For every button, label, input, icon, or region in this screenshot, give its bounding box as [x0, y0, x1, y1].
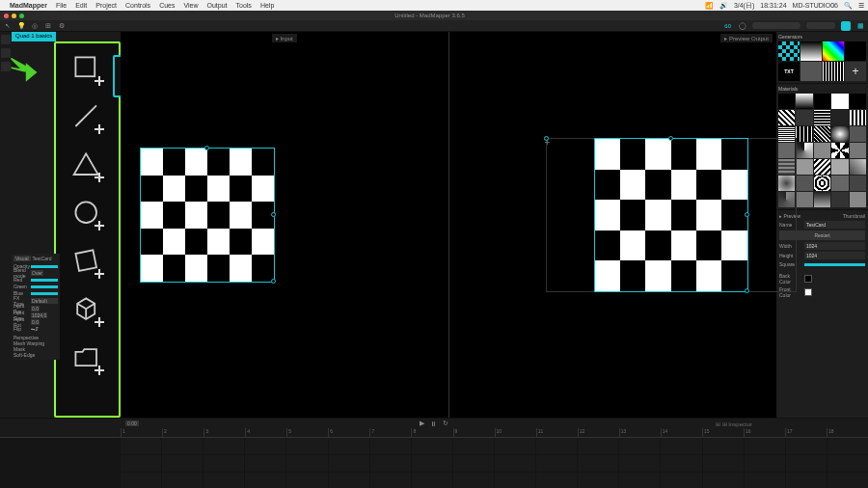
menu-help[interactable]: Help	[260, 2, 274, 9]
selection-box[interactable]	[594, 138, 748, 292]
add-3d-button[interactable]	[66, 288, 110, 333]
blend-value[interactable]: Over	[31, 270, 43, 276]
play-button[interactable]: ▶	[420, 420, 424, 427]
isize-value[interactable]: 1024,0	[31, 312, 47, 318]
material-item[interactable]	[796, 192, 812, 207]
timeline-ruler[interactable]: 123456789101112131415161718	[0, 428, 868, 438]
opacity-slider[interactable]	[31, 265, 58, 268]
handle-right[interactable]	[745, 212, 749, 217]
softedge-toggle[interactable]: Soft-Edge	[14, 352, 35, 358]
add-quad-button[interactable]	[66, 47, 110, 92]
green-slider[interactable]	[31, 285, 58, 288]
pause-button[interactable]: ⏸	[430, 420, 437, 427]
material-item[interactable]	[814, 126, 830, 142]
blue-slider[interactable]	[31, 292, 58, 295]
material-item[interactable]	[796, 94, 812, 109]
menu-tools[interactable]: Tools	[236, 2, 252, 9]
material-item[interactable]	[814, 192, 830, 207]
tab-testcard[interactable]: TestCard	[33, 256, 52, 261]
material-item[interactable]	[796, 110, 812, 125]
gen-gradient[interactable]	[800, 41, 822, 61]
minimize-button[interactable]	[12, 14, 16, 18]
selection-box[interactable]	[140, 148, 275, 283]
material-item[interactable]	[814, 143, 830, 158]
material-item[interactable]	[796, 159, 812, 175]
material-item[interactable]	[778, 110, 795, 125]
tab-visual[interactable]: Visual	[14, 256, 31, 261]
material-item[interactable]	[831, 126, 848, 142]
target-icon[interactable]: ◎	[31, 22, 39, 30]
cursor-icon[interactable]: ↖	[4, 22, 12, 30]
panel-icon[interactable]: ▦	[856, 22, 864, 30]
handle-top[interactable]	[668, 136, 673, 141]
material-item[interactable]	[814, 110, 830, 125]
preview-viewport[interactable]: ▸ Preview Output +	[449, 32, 777, 418]
feedback-pill[interactable]	[806, 22, 835, 29]
loop-button[interactable]: ↻	[443, 420, 448, 427]
gen-add[interactable]: +	[845, 62, 866, 81]
material-item[interactable]	[850, 110, 866, 125]
add-triangle-button[interactable]	[66, 144, 110, 188]
input-viewport[interactable]: ▸ Input	[121, 32, 449, 418]
menu-file[interactable]: File	[56, 2, 67, 9]
material-item[interactable]	[831, 110, 848, 125]
gen-color[interactable]	[823, 41, 844, 61]
status-user[interactable]: MD-STUDIO06	[793, 2, 838, 9]
ipos-value[interactable]: 0,0	[31, 306, 40, 312]
close-button[interactable]	[4, 14, 9, 18]
menu-project[interactable]: Project	[95, 2, 117, 9]
hint-icon[interactable]: 💡	[17, 22, 25, 30]
material-item[interactable]	[850, 94, 866, 109]
material-item[interactable]	[796, 176, 812, 191]
material-item[interactable]	[831, 159, 848, 175]
circle-icon[interactable]: ◯	[739, 22, 746, 30]
material-item[interactable]	[831, 94, 848, 109]
height-field[interactable]: 1024	[804, 252, 865, 259]
material-item[interactable]	[814, 159, 830, 175]
material-item[interactable]	[850, 126, 866, 142]
material-item[interactable]	[850, 192, 866, 207]
material-item[interactable]	[850, 176, 866, 191]
menu-output[interactable]: Output	[207, 2, 228, 9]
thumbnail-tab[interactable]: Thumbnail	[843, 213, 865, 219]
menu-controls[interactable]: Controls	[125, 2, 150, 9]
flip-v-icon[interactable]: ⇵	[35, 326, 39, 332]
gen-solid[interactable]	[800, 62, 822, 81]
status-volume-icon[interactable]: 🔊	[719, 2, 728, 10]
status-wifi-icon[interactable]: 📶	[705, 2, 714, 10]
gen-lines[interactable]	[823, 62, 844, 81]
material-item[interactable]	[796, 143, 812, 158]
gen-black[interactable]	[845, 41, 866, 61]
rail-item[interactable]	[1, 35, 11, 44]
add-line-button[interactable]	[66, 95, 110, 140]
material-item[interactable]	[796, 126, 812, 142]
status-time[interactable]: 18:31:24	[760, 2, 786, 9]
backcolor-swatch[interactable]	[804, 275, 812, 283]
status-date[interactable]: 3/4(日)	[734, 1, 754, 11]
material-item[interactable]	[814, 176, 830, 191]
gen-testcard[interactable]	[778, 41, 800, 61]
gear-icon[interactable]: ⚙	[58, 22, 66, 30]
handle-tl[interactable]	[544, 136, 549, 141]
red-slider[interactable]	[31, 279, 58, 282]
square-slider[interactable]	[804, 263, 865, 266]
fullscreen-button[interactable]	[841, 21, 851, 31]
menu-app[interactable]: MadMapper	[10, 2, 47, 9]
gen-txt[interactable]: TXT	[778, 62, 800, 81]
menu-view[interactable]: View	[183, 2, 198, 9]
material-item[interactable]	[778, 94, 795, 109]
search-pill[interactable]	[752, 22, 800, 29]
menu-edit[interactable]: Edit	[75, 2, 87, 9]
width-field[interactable]: 1024	[804, 242, 865, 250]
material-item[interactable]	[850, 143, 866, 158]
handle-right[interactable]	[271, 212, 276, 217]
handle-br[interactable]	[271, 279, 276, 284]
menu-cues[interactable]: Cues	[159, 2, 175, 9]
add-folder-button[interactable]	[66, 337, 110, 381]
material-item[interactable]	[831, 192, 848, 207]
status-search-icon[interactable]: 🔍	[844, 2, 853, 10]
tab-quad[interactable]: Quad 1 basics	[12, 32, 56, 41]
material-item[interactable]	[831, 143, 848, 158]
name-field[interactable]: TestCard	[804, 221, 865, 229]
irot-value[interactable]: 0.0	[31, 319, 40, 325]
